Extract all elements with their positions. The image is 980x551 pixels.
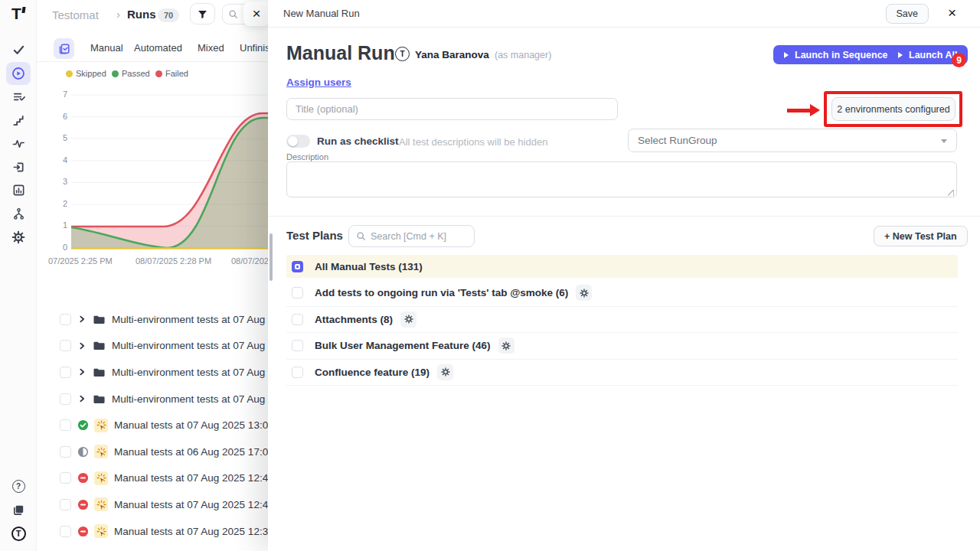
y-tick: 3 [54, 177, 67, 186]
plan-checkbox[interactable] [292, 340, 303, 351]
settings-gear-icon[interactable] [6, 226, 31, 249]
plan-checkbox-checked[interactable] [292, 261, 303, 272]
runs-area-chart [71, 67, 268, 266]
save-button[interactable]: Save [886, 4, 929, 24]
toggle-knob [288, 136, 298, 146]
run-title-input[interactable] [286, 98, 618, 120]
new-manual-run-modal: New Manual Run Save × Manual Run T Yana … [268, 0, 980, 551]
close-icon[interactable]: × [948, 5, 956, 21]
row-checkbox[interactable] [60, 526, 71, 537]
test-plan-row[interactable]: Attachments (8) [286, 307, 958, 334]
search-icon [228, 9, 238, 19]
plan-gear-button[interactable] [576, 285, 592, 301]
rungroup-select[interactable]: Select RunGroup [628, 129, 957, 152]
test-plan-row[interactable]: Add tests to ongoing run via 'Tests' tab… [286, 280, 958, 307]
description-textarea[interactable] [286, 161, 957, 197]
check-icon[interactable] [6, 38, 31, 61]
row-checkbox[interactable] [60, 499, 71, 510]
row-checkbox[interactable] [60, 314, 71, 325]
plan-checkbox[interactable] [292, 314, 303, 325]
test-plans-heading: Test Plans [286, 229, 343, 242]
y-tick: 2 [54, 199, 67, 208]
divider [268, 216, 980, 217]
status-passed-icon [77, 419, 89, 431]
chevron-right-icon[interactable] [77, 341, 87, 350]
t-logo-circle-icon[interactable]: T [6, 522, 31, 545]
y-tick: 7 [54, 90, 67, 99]
plan-gear-button[interactable] [400, 311, 416, 328]
plan-gear-button[interactable] [498, 337, 514, 354]
tab-mixed[interactable]: Mixed [198, 42, 224, 54]
sign-in-icon[interactable] [6, 155, 31, 178]
bar-chart-icon[interactable] [6, 178, 31, 201]
status-partial-icon [77, 446, 89, 458]
row-checkbox[interactable] [60, 446, 71, 458]
description-label: Description [286, 152, 328, 161]
modal-scrollbar[interactable] [270, 233, 273, 281]
plan-gear-button[interactable] [437, 364, 453, 380]
testomat-logo-icon[interactable]: T [0, 5, 37, 23]
row-checkbox[interactable] [60, 340, 71, 351]
chevron-right-icon[interactable] [77, 367, 87, 377]
y-tick: 0 [54, 243, 67, 252]
activity-icon[interactable] [6, 132, 31, 155]
manager-name: Yana Baranova [415, 49, 489, 60]
chevron-down-icon [941, 139, 947, 143]
steps-icon[interactable] [6, 109, 31, 132]
row-checkbox[interactable] [60, 393, 71, 405]
breadcrumb-app[interactable]: Testomat [52, 8, 99, 21]
checklist-label: Run as checklist [317, 135, 399, 147]
burst-emoji-icon [94, 419, 108, 432]
funnel-icon [197, 8, 208, 20]
play-icon [898, 52, 903, 58]
manager-role: (as manager) [495, 50, 551, 60]
resize-handle-icon[interactable] [948, 190, 954, 196]
test-plan-row-selected[interactable]: All Manual Tests (131) [286, 255, 958, 278]
breadcrumb-page: Runs [127, 8, 156, 21]
assign-users-link[interactable]: Assign users [286, 77, 351, 88]
chevron-right-icon[interactable] [77, 394, 87, 403]
left-icon-rail: T ? T [0, 0, 37, 551]
x-tick: 08/07/2025 2:28 PM [136, 256, 211, 266]
search-icon [356, 231, 366, 241]
row-checkbox[interactable] [60, 367, 71, 378]
breadcrumb-separator: › [116, 8, 120, 21]
status-failed-icon [77, 499, 89, 510]
checklist-hint: All test descriptions will be hidden [399, 136, 547, 148]
pages-icon[interactable] [6, 498, 31, 521]
runs-play-circle-icon[interactable] [6, 62, 31, 85]
new-test-plan-button[interactable]: + New Test Plan [874, 226, 968, 246]
row-checkbox[interactable] [60, 472, 71, 484]
runs-count-badge: 70 [158, 8, 179, 22]
checklist-view-button[interactable] [54, 38, 74, 59]
manager-avatar: T [395, 47, 410, 61]
run-title-heading: Manual Run [286, 42, 395, 64]
plan-checkbox[interactable] [292, 287, 303, 298]
branch-icon[interactable] [6, 202, 31, 225]
list-check-icon[interactable] [6, 85, 31, 108]
search-close-button[interactable]: × [243, 2, 270, 26]
help-icon[interactable]: ? [6, 474, 31, 497]
plan-checkbox[interactable] [292, 367, 303, 378]
run-as-checklist-toggle[interactable] [286, 135, 310, 148]
burst-emoji-icon [94, 471, 108, 485]
burst-emoji-icon [94, 445, 108, 458]
status-failed-icon [77, 526, 89, 537]
burst-emoji-icon [94, 524, 108, 538]
test-plans-search[interactable] [348, 225, 475, 247]
chevron-right-icon[interactable] [77, 315, 87, 324]
tab-automated[interactable]: Automated [134, 42, 182, 54]
test-plan-row[interactable]: Bulk User Management Feature (46) [286, 333, 958, 360]
test-plans-search-input[interactable] [371, 231, 474, 242]
notification-badge: 9 [952, 53, 966, 67]
filter-button[interactable] [190, 3, 215, 24]
launch-in-sequence-button[interactable]: Launch in Sequence [773, 45, 899, 64]
test-plan-row[interactable]: Confluence feature (19) [286, 360, 958, 386]
row-checkbox[interactable] [60, 419, 71, 431]
environments-button[interactable]: 2 environments configured [831, 97, 956, 121]
test-plan-list: All Manual Tests (131) Add tests to ongo… [286, 255, 958, 386]
modal-header: New Manual Run Save × [268, 0, 980, 28]
tab-manual[interactable]: Manual [90, 42, 123, 54]
folder-icon [93, 367, 106, 378]
y-tick: 1 [54, 220, 67, 230]
